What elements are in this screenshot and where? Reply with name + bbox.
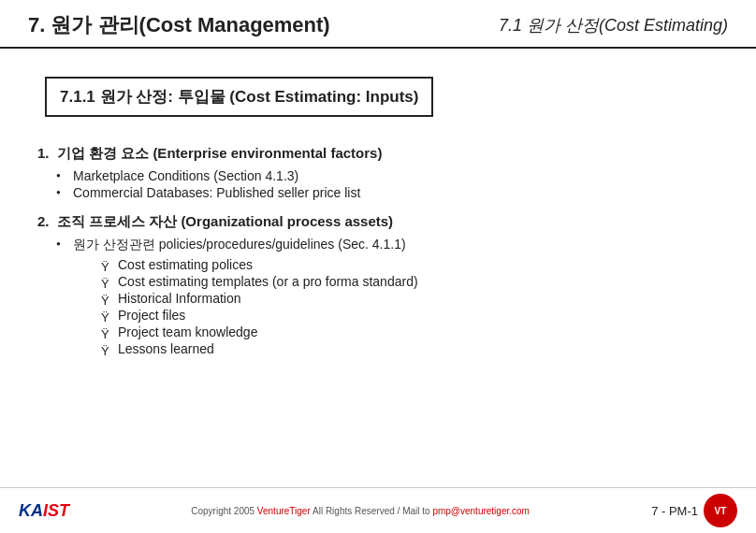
venturetiger-link[interactable]: VentureTiger [257,506,311,516]
kaist-logo: KAIST [19,501,69,521]
subtitle: 7.1 원가 산정(Cost Estimating) [499,14,728,36]
section1-bullets: Marketplace Conditions (Section 4.1.3) C… [37,168,719,200]
content-area: 1. 기업 환경 요소 (Enterprise environmental fa… [0,126,756,356]
list-item: Marketplace Conditions (Section 4.1.3) [56,168,719,183]
tiger-logo: VT [704,494,737,527]
list-item: Commercial Databases: Published seller p… [56,185,719,200]
section2-main-bullet: 원가 산정관련 policies/procedures/guidelines (… [37,237,719,356]
footer-copyright: Copyright 2005 VentureTiger Copyright 20… [69,506,651,516]
list-item: Cost estimating polices [101,257,719,272]
header: 7. 원가 관리(Cost Management) 7.1 원가 산정(Cost… [0,0,756,49]
list-item: Historical Information [101,291,719,306]
list-item: Project team knowledge [101,324,719,339]
footer: KAIST Copyright 2005 VentureTiger Copyri… [0,487,756,533]
main-title: 7. 원가 관리(Cost Management) [28,11,330,39]
sub-bullet-list: Cost estimating polices Cost estimating … [73,257,719,356]
email-link[interactable]: pmp@venturetiger.com [432,506,530,516]
list-item: Cost estimating templates (or a pro form… [101,274,719,289]
section-box-label: 7.1.1 원가 산정: 투입물 (Cost Estimating: Input… [45,77,433,117]
section2-heading: 2. 조직 프로세스 자산 (Organizational process as… [37,213,719,231]
list-item-main: 원가 산정관련 policies/procedures/guidelines (… [56,237,719,356]
list-item: Lessons learned [101,341,719,356]
list-item: Project files [101,308,719,323]
footer-page: 7 - PM-1 VT [651,494,737,527]
section1-heading: 1. 기업 환경 요소 (Enterprise environmental fa… [37,145,719,163]
